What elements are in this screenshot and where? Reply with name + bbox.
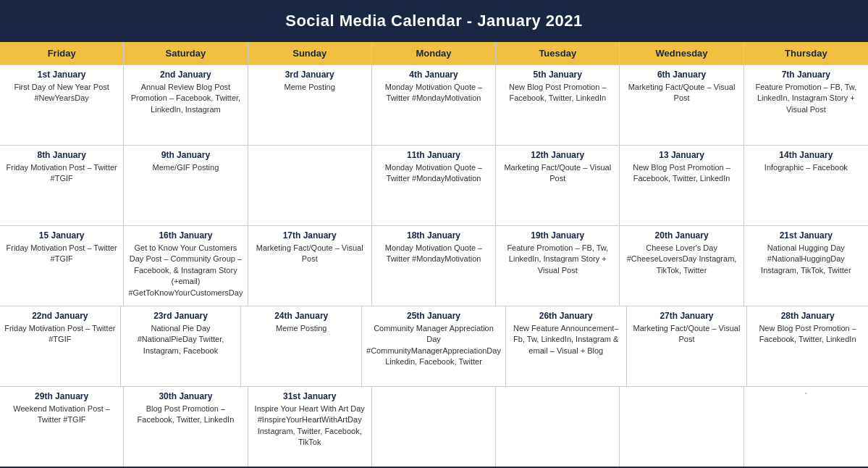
cell-inner: 8th JanuaryFriday Motivation Post – Twit… — [4, 150, 119, 185]
calendar-cell: 4th JanuaryMonday Motivation Quote – Twi… — [372, 65, 496, 145]
cell-content: ` — [749, 391, 864, 402]
cell-content: New Blog Post Promotion – Facebook, Twit… — [624, 162, 738, 185]
calendar-cell: 19th JanuaryFeature Promotion – FB, Tw, … — [496, 226, 620, 306]
cell-date: 5th January — [500, 70, 615, 80]
cell-inner: 30th JanuaryBlog Post Promotion – Facebo… — [128, 391, 243, 426]
cell-date: 12th January — [500, 150, 615, 160]
cell-date: 1st January — [4, 70, 119, 80]
calendar-cell: 26th JanuaryNew Feature Announcement– Fb… — [506, 306, 627, 386]
day-header: Sunday — [248, 42, 372, 64]
cell-inner: 14th JanuaryInfographic – Facebook — [749, 150, 864, 173]
cell-inner: 18th JanuaryMonday Motivation Quote – Tw… — [376, 230, 491, 265]
cell-date: 17th January — [253, 230, 367, 241]
cell-inner: 20th JanuaryCheese Lover's Day #CheeseLo… — [624, 230, 738, 276]
cell-content: National Hugging Day #NationalHuggingDay… — [749, 243, 864, 276]
cell-date: 23rd January — [125, 311, 237, 321]
calendar-row: 8th JanuaryFriday Motivation Post – Twit… — [0, 145, 868, 225]
cell-inner: 3rd JanuaryMeme Posting — [253, 70, 367, 93]
cell-inner: 11th JanuaryMonday Motivation Quote – Tw… — [376, 150, 491, 185]
calendar-cell: 13 JanuaryNew Blog Post Promotion – Face… — [620, 146, 743, 225]
day-header: Saturday — [124, 42, 248, 64]
cell-content: Marketing Fact/Qoute – Visual Post — [624, 82, 738, 104]
cell-date: 18th January — [376, 230, 491, 241]
cell-content: Inspire Your Heart With Art Day #Inspire… — [253, 404, 367, 448]
calendar-cell: 1st JanuaryFirst Day of New Year Post #N… — [0, 65, 124, 145]
cell-date: 31st January — [253, 391, 367, 401]
cell-inner: 23rd JanuaryNational Pie Day #NationalPi… — [125, 311, 237, 356]
cell-inner: 21st JanuaryNational Hugging Day #Nation… — [749, 230, 864, 276]
cell-date: 22nd January — [4, 311, 116, 321]
calendar-cell: 12th JanuaryMarketing Fact/Qoute – Visua… — [496, 146, 620, 225]
cell-date: 28th January — [751, 311, 864, 321]
calendar-cell: 29th JanuaryWeekend Motivation Post – Tw… — [0, 387, 124, 467]
cell-inner: 16th JanuaryGet to Know Your Customers D… — [128, 230, 243, 298]
cell-date: 14th January — [749, 150, 864, 160]
cell-content: Meme Posting — [245, 323, 357, 334]
cell-inner: 25th JanuaryCommunity Manager Appreciati… — [366, 311, 501, 368]
calendar-cell: 9th JanuaryMeme/GIF Posting — [124, 146, 248, 225]
page-title: Social Media Calendar - January 2021 — [0, 0, 868, 42]
cell-date: 15 January — [4, 230, 119, 241]
cell-content: Get to Know Your Customers Day Post – Co… — [128, 243, 243, 298]
cell-content: Friday Motivation Post – Twitter #TGIF — [4, 162, 119, 185]
cell-inner: 6th JanuaryMarketing Fact/Qoute – Visual… — [624, 70, 738, 104]
cell-date: 19th January — [500, 230, 615, 241]
calendar-row: 29th JanuaryWeekend Motivation Post – Tw… — [0, 386, 868, 467]
cell-inner: 29th JanuaryWeekend Motivation Post – Tw… — [4, 391, 119, 426]
cell-content: Friday Motivation Post – Twitter #TGIF — [4, 323, 116, 346]
cell-content: Cheese Lover's Day #CheeseLoversDay Inst… — [624, 243, 738, 276]
calendar-cell: 23rd JanuaryNational Pie Day #NationalPi… — [121, 306, 242, 386]
cell-content: New Blog Post Promotion – Facebook, Twit… — [751, 323, 864, 346]
cell-inner: ` — [749, 391, 864, 402]
calendar-row: 1st JanuaryFirst Day of New Year Post #N… — [0, 64, 868, 145]
calendar-cell: 5th JanuaryNew Blog Post Promotion – Fac… — [496, 65, 620, 145]
cell-inner: 28th JanuaryNew Blog Post Promotion – Fa… — [751, 311, 864, 346]
calendar-cell: 22nd JanuaryFriday Motivation Post – Twi… — [0, 306, 121, 386]
day-headers-row: FridaySaturdaySundayMondayTuesdayWednesd… — [0, 42, 868, 64]
calendar-cell — [620, 387, 743, 467]
calendar-cell: 30th JanuaryBlog Post Promotion – Facebo… — [124, 387, 248, 467]
cell-content: National Pie Day #NationalPieDay Twitter… — [125, 323, 237, 356]
cell-content: New Feature Announcement– Fb, Tw, Linked… — [510, 323, 622, 356]
calendar-cell: 21st JanuaryNational Hugging Day #Nation… — [744, 226, 868, 306]
cell-date: 9th January — [128, 150, 243, 160]
cell-date: 6th January — [624, 70, 738, 80]
day-header: Friday — [0, 42, 124, 64]
app: Social Media Calendar - January 2021 Fri… — [0, 0, 868, 467]
cell-date: 26th January — [510, 311, 622, 321]
cell-content: Infographic – Facebook — [749, 162, 864, 173]
cell-content: Community Manager Appreciation Day #Comm… — [366, 323, 501, 368]
cell-content: Meme/GIF Posting — [128, 162, 243, 173]
cell-inner: 19th JanuaryFeature Promotion – FB, Tw, … — [500, 230, 615, 276]
cell-inner: 9th JanuaryMeme/GIF Posting — [128, 150, 243, 173]
cell-inner: 27th JanuaryMarketing Fact/Qoute – Visua… — [631, 311, 743, 346]
cell-date: 24th January — [245, 311, 357, 321]
cell-date: 16th January — [128, 230, 243, 241]
calendar-cell: 20th JanuaryCheese Lover's Day #CheeseLo… — [620, 226, 743, 306]
day-header: Tuesday — [496, 42, 620, 64]
cell-content: Marketing Fact/Qoute – Visual Post — [253, 243, 367, 265]
cell-inner: 15 JanuaryFriday Motivation Post – Twitt… — [4, 230, 119, 265]
cell-date: 11th January — [376, 150, 491, 160]
cell-inner: 5th JanuaryNew Blog Post Promotion – Fac… — [500, 70, 615, 104]
calendar-cell: 28th JanuaryNew Blog Post Promotion – Fa… — [747, 306, 868, 386]
cell-inner: 24th JanuaryMeme Posting — [245, 311, 357, 334]
calendar-cell: 31st JanuaryInspire Your Heart With Art … — [248, 387, 372, 467]
cell-content: Friday Motivation Post – Twitter #TGIF — [4, 243, 119, 265]
cell-date: 29th January — [4, 391, 119, 401]
day-header: Monday — [372, 42, 496, 64]
calendar-cell: 18th JanuaryMonday Motivation Quote – Tw… — [372, 226, 496, 306]
cell-content: Annual Review Blog Post Promotion – Face… — [128, 82, 243, 115]
calendar-cell: 3rd JanuaryMeme Posting — [248, 65, 372, 145]
calendar-cell: 15 JanuaryFriday Motivation Post – Twitt… — [0, 226, 124, 306]
cell-date: 8th January — [4, 150, 119, 160]
cell-content: Blog Post Promotion – Facebook, Twitter,… — [128, 404, 243, 426]
cell-date: 20th January — [624, 230, 738, 241]
calendar: FridaySaturdaySundayMondayTuesdayWednesd… — [0, 42, 868, 467]
cell-content: Marketing Fact/Qoute – Visual Post — [631, 323, 743, 346]
calendar-cell — [496, 387, 620, 467]
cell-content: Marketing Fact/Qoute – Visual Post — [500, 162, 615, 185]
calendar-cell: 7th JanuaryFeature Promotion – FB, Tw, L… — [744, 65, 868, 145]
day-header: Wednesday — [620, 42, 743, 64]
cell-date: 27th January — [631, 311, 743, 321]
